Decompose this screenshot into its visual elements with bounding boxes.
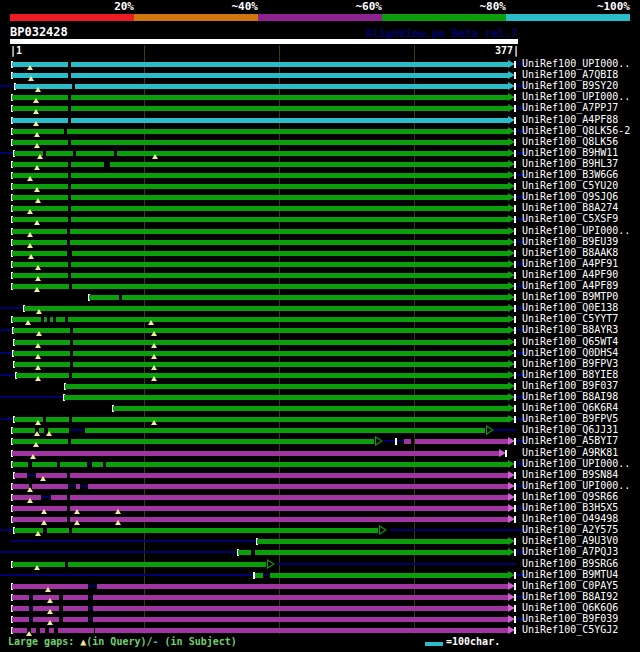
alignment-bar[interactable] [71,206,508,211]
alignment-bar[interactable] [106,462,508,467]
alignment-bar[interactable] [12,118,68,123]
alignment-bar[interactable] [32,462,57,467]
alignment-bar[interactable] [12,595,29,600]
alignment-bar[interactable] [72,373,508,378]
alignment-bar[interactable] [76,484,80,489]
alignment-bar[interactable] [71,73,508,78]
alignment-bar[interactable] [49,628,54,633]
alignment-bar[interactable] [12,206,68,211]
alignment-bar[interactable] [71,162,104,167]
hit-label[interactable]: UniRef100_B8AYR3 [522,324,618,336]
hit-label[interactable]: UniRef100_A7PQJ3 [522,546,618,558]
alignment-bar[interactable] [14,362,70,367]
alignment-bar[interactable] [58,628,94,633]
alignment-bar[interactable] [33,606,59,611]
alignment-bar[interactable] [12,62,68,67]
alignment-bar[interactable] [76,151,114,156]
alignment-bar[interactable] [60,462,87,467]
alignment-bar[interactable] [63,606,88,611]
alignment-bar[interactable] [72,284,508,289]
alignment-bar[interactable] [12,162,68,167]
alignment-bar[interactable] [63,595,88,600]
alignment-bar[interactable] [70,517,508,522]
alignment-bar[interactable] [72,417,508,422]
alignment-bar[interactable] [93,617,508,622]
alignment-bar[interactable] [13,351,70,356]
alignment-bar[interactable] [71,62,508,67]
alignment-bar[interactable] [12,284,69,289]
alignment-bar[interactable] [12,617,29,622]
alignment-bar[interactable] [12,251,67,256]
alignment-row[interactable]: UniRef100_C5XSF9 [0,213,640,225]
alignment-bar[interactable] [56,317,65,322]
alignment-bar[interactable] [238,550,251,555]
alignment-bar[interactable] [12,240,67,245]
alignment-bar[interactable] [122,295,508,300]
alignment-row[interactable]: UniRef100_A7PPJ7 [0,102,640,114]
alignment-bar[interactable] [12,439,68,444]
alignment-bar[interactable] [88,484,508,489]
alignment-bar[interactable] [71,173,508,178]
alignment-bar[interactable] [63,617,88,622]
alignment-bar[interactable] [68,562,266,567]
alignment-bar[interactable] [255,573,263,578]
alignment-bar[interactable] [71,217,508,222]
alignment-bar[interactable] [12,451,499,456]
alignment-bar[interactable] [12,628,27,633]
alignment-bar[interactable] [72,528,378,533]
alignment-bar[interactable] [12,606,29,611]
alignment-row[interactable]: UniRef100_B8AYR3 [0,324,640,336]
alignment-bar[interactable] [257,539,508,544]
alignment-bar[interactable] [73,340,508,345]
alignment-bar[interactable] [71,195,508,200]
alignment-bar[interactable] [24,306,508,311]
alignment-bar[interactable] [47,528,69,533]
alignment-bar[interactable] [71,140,508,145]
alignment-bar[interactable] [12,462,28,467]
alignment-bar[interactable] [12,95,68,100]
alignment-bar[interactable] [113,406,508,411]
alignment-bar[interactable] [68,317,508,322]
alignment-row[interactable]: UniRef100_C5YGJ2 [0,624,640,636]
alignment-bar[interactable] [51,495,67,500]
alignment-bar[interactable] [70,473,508,478]
alignment-bar[interactable] [67,129,508,134]
alignment-bar[interactable] [70,229,508,234]
alignment-bar[interactable] [12,73,68,78]
alignment-bar[interactable] [117,151,508,156]
alignment-bar[interactable] [255,550,508,555]
alignment-bar[interactable] [75,84,508,89]
alignment-bar[interactable] [404,439,411,444]
alignment-bar[interactable] [33,595,59,600]
alignment-bar[interactable] [71,273,508,278]
alignment-bar[interactable] [16,373,69,378]
alignment-bar[interactable] [71,95,508,100]
alignment-bar[interactable] [415,439,508,444]
alignment-bar[interactable] [97,584,508,589]
alignment-bar[interactable] [12,184,68,189]
alignment-bar[interactable] [71,184,508,189]
alignment-bar[interactable] [46,417,69,422]
alignment-bar[interactable] [110,162,508,167]
alignment-bar[interactable] [93,606,508,611]
alignment-bar[interactable] [12,106,68,111]
alignment-bar[interactable] [14,340,70,345]
alignment-bar[interactable] [12,173,68,178]
alignment-bar[interactable] [70,495,508,500]
alignment-bar[interactable] [71,118,508,123]
hit-label[interactable]: UniRef100_A5BYI7 [522,435,618,447]
alignment-bar[interactable] [46,151,73,156]
hit-label[interactable]: UniRef100_C5XSF9 [522,213,618,225]
alignment-bar[interactable] [73,351,508,356]
alignment-bar[interactable] [93,595,508,600]
alignment-bar[interactable] [44,317,47,322]
alignment-bar[interactable] [12,517,67,522]
alignment-bar[interactable] [50,317,53,322]
alignment-bar[interactable] [12,506,67,511]
alignment-bar[interactable] [71,439,374,444]
alignment-bar[interactable] [12,229,67,234]
alignment-row[interactable]: UniRef100_A5BYI7 [0,435,640,447]
alignment-bar[interactable] [92,462,103,467]
alignment-bar[interactable] [89,295,119,300]
alignment-bar[interactable] [12,428,35,433]
